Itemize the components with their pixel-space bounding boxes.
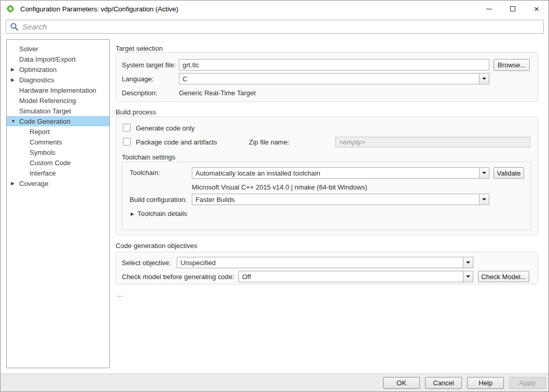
sidebar-item-label: Comments	[30, 138, 62, 146]
sidebar-item-label: Code Generation	[19, 118, 71, 125]
build-configuration-combobox[interactable]: Faster Builds	[192, 194, 489, 205]
select-objective-combobox[interactable]: Unspecified	[177, 257, 473, 268]
package-code-label: Package code and artifacts	[136, 138, 217, 146]
target-selection-groupbox: System target file: Browse... Language: …	[116, 52, 538, 102]
sidebar-item-custom-code[interactable]: Custom Code	[7, 157, 109, 168]
sidebar-item-comments[interactable]: Comments	[7, 137, 109, 147]
sidebar-item-label: Simulation Target	[19, 107, 71, 115]
maximize-icon	[510, 6, 515, 11]
language-label: Language:	[122, 75, 153, 83]
toolchain-label: Toolchain:	[130, 169, 160, 177]
sidebar-item-diagnostics[interactable]: ▶Diagnostics	[7, 75, 109, 85]
close-button[interactable]: ×	[525, 1, 548, 17]
sidebar-item-label: Diagnostics	[19, 76, 54, 84]
minimize-button[interactable]	[477, 1, 501, 17]
chevron-down-icon[interactable]	[463, 257, 473, 268]
configuration-parameters-dialog: Configuration Parameters: vdp/Configurat…	[0, 0, 549, 392]
minimize-icon	[486, 9, 492, 9]
system-target-file-input[interactable]	[179, 59, 489, 70]
build-process-header: Build process	[116, 108, 156, 116]
search-icon	[10, 22, 19, 31]
search-input[interactable]	[22, 20, 543, 33]
sidebar-item-label: Symbols	[30, 149, 55, 156]
cancel-button[interactable]: Cancel	[425, 377, 462, 389]
toolchain-combobox[interactable]: Automatically locate an installed toolch…	[192, 167, 489, 179]
check-model-combobox[interactable]: Off	[238, 271, 473, 282]
zip-file-name-label: Zip file name:	[249, 138, 289, 146]
toolchain-details-expander[interactable]: ▶ Toolchain details	[131, 210, 187, 217]
language-value: C	[179, 75, 479, 83]
footer-bar: OK Cancel Help Apply	[1, 373, 548, 391]
toolchain-description: Microsoft Visual C++ 2015 v14.0 | nmake …	[192, 183, 367, 191]
system-target-file-label: System target file:	[122, 61, 176, 69]
generate-code-only-label: Generate code only	[136, 124, 194, 132]
help-button[interactable]: Help	[467, 377, 504, 389]
maximize-button[interactable]	[501, 1, 525, 17]
sidebar-item-interface[interactable]: Interface	[7, 168, 109, 178]
objectives-header: Code generation objectives	[116, 242, 198, 250]
chevron-collapsed-icon[interactable]: ▶	[10, 181, 19, 186]
build-configuration-value: Faster Builds	[192, 196, 479, 204]
sidebar-item-label: Model Referencing	[19, 97, 76, 105]
sidebar-item-hardware-implementation[interactable]: Hardware Implementation	[7, 85, 109, 95]
title-bar: Configuration Parameters: vdp/Configurat…	[1, 1, 548, 17]
build-process-groupbox: Generate code only Package code and arti…	[116, 117, 538, 235]
window-title: Configuration Parameters: vdp/Configurat…	[20, 5, 178, 13]
sidebar-item-label: Hardware Implementation	[19, 86, 96, 94]
zip-file-name-input	[335, 137, 530, 148]
toolchain-settings-groupbox: Toolchain: Automatically locate an insta…	[122, 162, 531, 230]
chevron-collapsed-icon[interactable]: ▶	[10, 67, 19, 72]
check-model-value: Off	[239, 273, 463, 281]
sidebar-item-label: Coverage	[19, 180, 48, 187]
generate-code-only-checkbox[interactable]	[123, 124, 131, 132]
toolchain-settings-header: Toolchain settings	[122, 153, 175, 161]
toolchain-value: Automatically locate an installed toolch…	[192, 169, 479, 177]
sidebar-item-label: Report	[30, 128, 50, 136]
sidebar-item-label: Custom Code	[30, 159, 71, 167]
ellipsis-text: ...	[117, 291, 123, 298]
sidebar-item-report[interactable]: Report	[7, 126, 109, 137]
sidebar-item-simulation-target[interactable]: Simulation Target	[7, 106, 109, 116]
sidebar-item-label: Solver	[19, 45, 38, 53]
chevron-expanded-icon[interactable]: ▼	[10, 119, 19, 124]
sidebar-item-optimization[interactable]: ▶Optimization	[7, 64, 109, 75]
chevron-collapsed-icon[interactable]: ▶	[10, 77, 19, 82]
description-label: Description:	[122, 89, 158, 97]
chevron-down-icon[interactable]	[479, 168, 489, 178]
sidebar-item-label: Data Import/Export	[19, 55, 76, 63]
browse-button[interactable]: Browse...	[494, 59, 530, 71]
sidebar-item-data-import-export[interactable]: Data Import/Export	[7, 54, 109, 64]
build-configuration-label: Build configuration:	[130, 196, 187, 204]
apply-button: Apply	[509, 377, 546, 389]
validate-button[interactable]: Validate	[494, 167, 524, 179]
target-selection-header: Target selection	[116, 45, 163, 52]
close-icon: ×	[534, 5, 539, 13]
sidebar-item-label: Optimization	[19, 66, 57, 74]
check-model-label: Check model before generating code:	[122, 273, 234, 281]
sidebar-item-solver[interactable]: Solver	[7, 43, 109, 54]
chevron-down-icon[interactable]	[463, 271, 473, 282]
sidebar-tree: SolverData Import/Export▶Optimization▶Di…	[6, 39, 110, 368]
sidebar-item-symbols[interactable]: Symbols	[7, 147, 109, 157]
main-panel: Target selection System target file: Bro…	[116, 39, 544, 373]
select-objective-label: Select objective:	[122, 259, 171, 267]
sidebar-item-coverage[interactable]: ▶Coverage	[7, 178, 109, 188]
sidebar-item-label: Interface	[30, 169, 56, 177]
chevron-down-icon[interactable]	[479, 194, 489, 205]
sidebar-item-model-referencing[interactable]: Model Referencing	[7, 95, 109, 106]
select-objective-value: Unspecified	[177, 259, 463, 267]
search-bar	[6, 20, 544, 34]
objectives-groupbox: Select objective: Unspecified Check mode…	[116, 252, 538, 284]
description-value: Generic Real-Time Target	[179, 89, 256, 97]
chevron-down-icon[interactable]	[479, 74, 489, 84]
toolchain-details-label: Toolchain details	[137, 210, 187, 217]
chevron-collapsed-icon: ▶	[131, 211, 134, 216]
language-combobox[interactable]: C	[179, 73, 489, 84]
gear-icon	[6, 4, 15, 13]
ok-button[interactable]: OK	[383, 377, 420, 389]
sidebar-item-code-generation[interactable]: ▼Code Generation	[7, 116, 109, 126]
package-code-checkbox[interactable]	[123, 138, 131, 146]
check-model-button[interactable]: Check Model...	[478, 271, 529, 282]
